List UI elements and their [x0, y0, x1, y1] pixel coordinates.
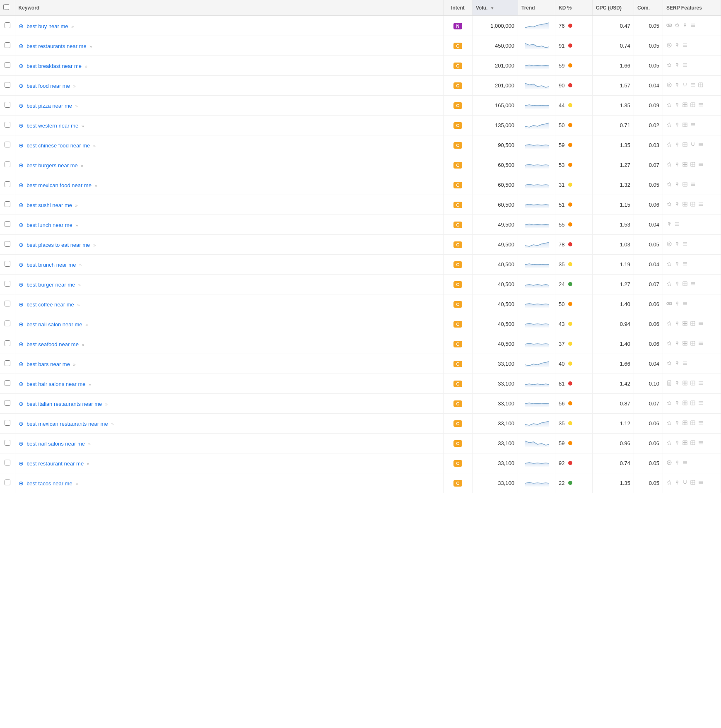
add-keyword-icon[interactable]: ⊕	[19, 222, 24, 228]
row-checkbox-2[interactable]	[5, 62, 10, 68]
expand-icon[interactable]: »	[73, 362, 76, 367]
com-cell: 0.06	[634, 334, 663, 354]
row-checkbox-0[interactable]	[5, 22, 10, 28]
row-checkbox-11[interactable]	[5, 241, 10, 247]
keyword-link[interactable]: best brunch near me	[27, 262, 76, 268]
row-checkbox-5[interactable]	[5, 122, 10, 128]
expand-icon[interactable]: »	[75, 104, 78, 108]
row-checkbox-9[interactable]	[5, 201, 10, 207]
add-keyword-icon[interactable]: ⊕	[19, 321, 24, 328]
keyword-link[interactable]: best restaurant near me	[27, 460, 84, 467]
keyword-link[interactable]: best hair salons near me	[27, 381, 85, 387]
add-keyword-icon[interactable]: ⊕	[19, 241, 24, 248]
add-keyword-icon[interactable]: ⊕	[19, 400, 24, 407]
expand-icon[interactable]: »	[75, 223, 78, 228]
expand-icon[interactable]: »	[79, 263, 82, 268]
add-keyword-icon[interactable]: ⊕	[19, 102, 24, 109]
add-keyword-icon[interactable]: ⊕	[19, 381, 24, 387]
expand-icon[interactable]: »	[95, 183, 97, 188]
expand-icon[interactable]: »	[81, 163, 83, 168]
add-keyword-icon[interactable]: ⊕	[19, 420, 24, 427]
row-checkbox-14[interactable]	[5, 301, 10, 306]
keyword-link[interactable]: best burger near me	[27, 282, 75, 288]
row-checkbox-6[interactable]	[5, 142, 10, 147]
keyword-link[interactable]: best nail salons near me	[27, 441, 85, 447]
keyword-link[interactable]: best food near me	[27, 83, 70, 89]
row-checkbox-18[interactable]	[5, 380, 10, 386]
add-keyword-icon[interactable]: ⊕	[19, 261, 24, 268]
add-keyword-icon[interactable]: ⊕	[19, 82, 24, 89]
add-keyword-icon[interactable]: ⊕	[19, 182, 24, 188]
row-checkbox-8[interactable]	[5, 181, 10, 187]
add-keyword-icon[interactable]: ⊕	[19, 440, 24, 447]
keyword-link[interactable]: best seafood near me	[27, 341, 79, 347]
row-checkbox-3[interactable]	[5, 82, 10, 88]
intent-cell: C	[444, 354, 473, 374]
expand-icon[interactable]: »	[82, 342, 84, 347]
row-checkbox-1[interactable]	[5, 42, 10, 48]
add-keyword-icon[interactable]: ⊕	[19, 43, 24, 49]
row-checkbox-22[interactable]	[5, 460, 10, 465]
expand-icon[interactable]: »	[88, 441, 91, 446]
expand-icon[interactable]: »	[78, 282, 81, 287]
select-all-checkbox[interactable]	[3, 4, 9, 10]
row-checkbox-13[interactable]	[5, 281, 10, 287]
expand-icon[interactable]: »	[87, 461, 89, 466]
keyword-link[interactable]: best italian restaurants near me	[27, 401, 102, 407]
keyword-link[interactable]: best breakfast near me	[27, 63, 82, 69]
add-keyword-icon[interactable]: ⊕	[19, 162, 24, 169]
expand-icon[interactable]: »	[93, 143, 96, 148]
row-checkbox-15[interactable]	[5, 321, 10, 326]
keyword-link[interactable]: best coffee near me	[27, 301, 74, 308]
expand-icon[interactable]: »	[89, 44, 92, 49]
keyword-link[interactable]: best chinese food near me	[27, 142, 90, 149]
keyword-link[interactable]: best mexican restaurants near me	[27, 421, 108, 427]
keyword-link[interactable]: best mexican food near me	[27, 182, 92, 188]
row-checkbox-23[interactable]	[5, 480, 10, 485]
row-checkbox-20[interactable]	[5, 420, 10, 426]
row-checkbox-4[interactable]	[5, 102, 10, 108]
row-checkbox-10[interactable]	[5, 221, 10, 227]
expand-icon[interactable]: »	[77, 302, 80, 307]
add-keyword-icon[interactable]: ⊕	[19, 460, 24, 467]
keyword-link[interactable]: best bars near me	[27, 361, 70, 367]
add-keyword-icon[interactable]: ⊕	[19, 281, 24, 288]
volume-header[interactable]: Volu. ▼	[473, 0, 518, 16]
add-keyword-icon[interactable]: ⊕	[19, 23, 24, 29]
expand-icon[interactable]: »	[73, 84, 76, 89]
expand-icon[interactable]: »	[75, 481, 78, 486]
keyword-link[interactable]: best sushi near me	[27, 202, 72, 208]
expand-icon[interactable]: »	[75, 203, 78, 208]
row-checkbox-16[interactable]	[5, 340, 10, 346]
keyword-link[interactable]: best buy near me	[27, 23, 68, 29]
row-checkbox-12[interactable]	[5, 261, 10, 267]
expand-icon[interactable]: »	[71, 24, 74, 29]
row-checkbox-7[interactable]	[5, 162, 10, 167]
add-keyword-icon[interactable]: ⊕	[19, 341, 24, 347]
expand-icon[interactable]: »	[93, 243, 96, 248]
expand-icon[interactable]: »	[85, 322, 88, 327]
add-keyword-icon[interactable]: ⊕	[19, 301, 24, 308]
keyword-link[interactable]: best western near me	[27, 123, 78, 129]
expand-icon[interactable]: »	[89, 382, 91, 387]
add-keyword-icon[interactable]: ⊕	[19, 142, 24, 149]
row-checkbox-21[interactable]	[5, 440, 10, 446]
add-keyword-icon[interactable]: ⊕	[19, 202, 24, 208]
expand-icon[interactable]: »	[105, 402, 108, 407]
keyword-link[interactable]: best places to eat near me	[27, 242, 90, 248]
add-keyword-icon[interactable]: ⊕	[19, 361, 24, 367]
keyword-link[interactable]: best pizza near me	[27, 103, 72, 109]
row-checkbox-19[interactable]	[5, 400, 10, 406]
add-keyword-icon[interactable]: ⊕	[19, 63, 24, 69]
add-keyword-icon[interactable]: ⊕	[19, 480, 24, 487]
add-keyword-icon[interactable]: ⊕	[19, 122, 24, 129]
keyword-link[interactable]: best restaurants near me	[27, 43, 87, 49]
expand-icon[interactable]: »	[82, 123, 84, 128]
keyword-link[interactable]: best nail salon near me	[27, 321, 82, 328]
keyword-link[interactable]: best tacos near me	[27, 480, 72, 487]
keyword-link[interactable]: best lunch near me	[27, 222, 72, 228]
expand-icon[interactable]: »	[111, 422, 113, 427]
expand-icon[interactable]: »	[85, 64, 87, 69]
row-checkbox-17[interactable]	[5, 360, 10, 366]
keyword-link[interactable]: best burgers near me	[27, 162, 78, 169]
